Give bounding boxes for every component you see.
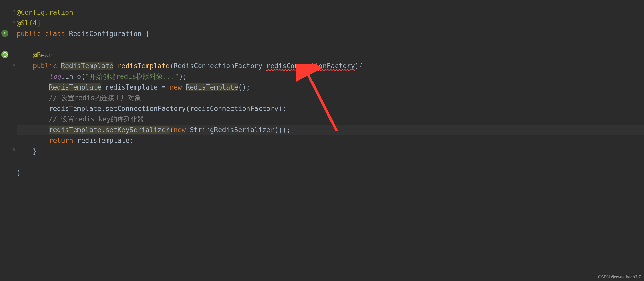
ctor-end: (); bbox=[238, 83, 250, 91]
keyword-public: public bbox=[17, 30, 41, 38]
type-name: RedisTemplate bbox=[49, 83, 101, 91]
param-name-error: redisConnectionFactory bbox=[266, 62, 355, 70]
ctor-end: ()); bbox=[274, 126, 291, 134]
fold-toggle-icon[interactable]: ⊖ bbox=[12, 8, 15, 14]
annotation: @Configuration bbox=[17, 8, 73, 16]
annotation: @Slf4j bbox=[17, 19, 41, 27]
var-decl: redisTemplate = bbox=[101, 83, 170, 91]
log-variable: log bbox=[49, 73, 61, 80]
method-name: redisTemplate bbox=[117, 62, 170, 70]
spring-bean-icon[interactable] bbox=[1, 51, 8, 58]
keyword-new: new bbox=[170, 83, 182, 91]
code-content[interactable]: @Configuration @Slf4j public class Redis… bbox=[17, 0, 644, 281]
statement: redisTemplate.setConnectionFactory(redis… bbox=[49, 105, 287, 112]
constructor-call: StringRedisSerializer bbox=[190, 126, 274, 134]
fold-toggle-icon[interactable]: ⊖ bbox=[12, 147, 15, 152]
comment: // 设置redis key的序列化器 bbox=[49, 115, 144, 123]
string-literal: "开始创建redis模版对象..." bbox=[85, 73, 179, 80]
fold-toggle-icon[interactable]: ⊖ bbox=[12, 19, 15, 24]
brace: { bbox=[141, 30, 149, 38]
keyword-class: class bbox=[45, 30, 65, 38]
return-var: redisTemplate; bbox=[73, 137, 133, 144]
call-close: ); bbox=[179, 73, 187, 80]
paren: ( bbox=[170, 126, 174, 134]
comment: // 设置redis的连接工厂对象 bbox=[49, 94, 141, 102]
code-editor: ⊖ ⊖ C ⊖ ⊖ @Configuration @Slf4j public c… bbox=[0, 0, 644, 281]
keyword-public: public bbox=[33, 62, 57, 70]
param-type: RedisConnectionFactory bbox=[174, 62, 262, 70]
statement-highlighted: redisTemplate.setKeySerializer bbox=[49, 126, 170, 134]
class-gutter-icon[interactable]: C bbox=[1, 30, 8, 37]
fold-toggle-icon[interactable]: ⊖ bbox=[12, 62, 15, 67]
keyword-return: return bbox=[49, 137, 73, 144]
brace: } bbox=[17, 169, 21, 177]
method-call: .info( bbox=[61, 73, 85, 80]
annotation: @Bean bbox=[33, 51, 53, 59]
class-identifier: RedisConfiguration bbox=[69, 30, 142, 38]
editor-gutter: ⊖ ⊖ C ⊖ ⊖ bbox=[0, 0, 17, 281]
return-type: RedisTemplate bbox=[61, 62, 113, 70]
paren: ( bbox=[170, 62, 174, 70]
watermark-text: CSDN @sweetheart7·7 bbox=[598, 275, 641, 279]
keyword-new: new bbox=[174, 126, 186, 134]
constructor-call: RedisTemplate bbox=[186, 83, 238, 91]
method-sig-end: ){ bbox=[355, 62, 363, 70]
brace: } bbox=[33, 147, 37, 155]
